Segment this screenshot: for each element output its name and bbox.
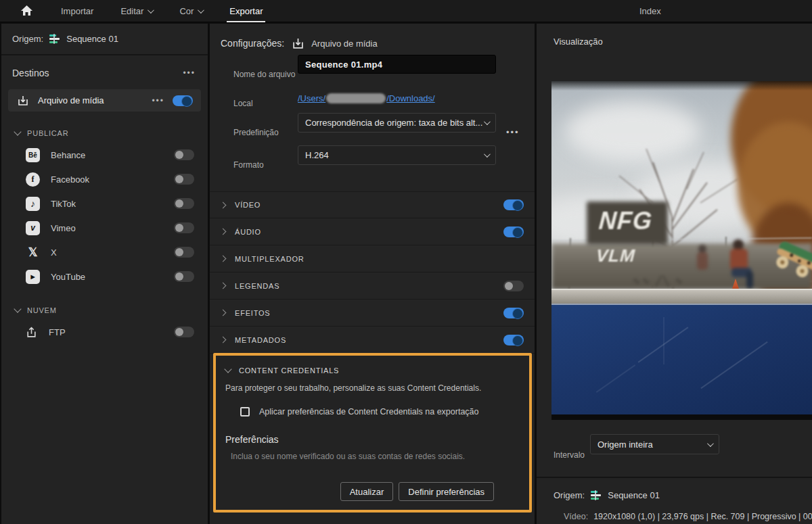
apply-preferences-checkbox[interactable] xyxy=(240,407,250,416)
section-video[interactable]: VÍDEO xyxy=(210,191,535,218)
tab-editar[interactable]: Editar xyxy=(120,0,152,22)
destinos-title: Destinos xyxy=(12,68,49,78)
atualizar-button[interactable]: Atualizar xyxy=(340,482,394,501)
premiere-export-window: Importar Editar Cor Exportar Index Orige… xyxy=(0,0,812,524)
intervalo-label: Intervalo xyxy=(554,450,585,460)
media-file-toggle[interactable] xyxy=(173,95,193,106)
destination-ftp[interactable]: FTP xyxy=(1,320,208,344)
path-prefix[interactable]: /Users/ xyxy=(298,93,325,103)
destination-media-file[interactable]: Arquivo de mídia ••• xyxy=(8,89,201,112)
section-legendas[interactable]: LEGENDAS xyxy=(210,272,535,300)
chevron-right-icon xyxy=(220,337,227,343)
legendas-toggle[interactable] xyxy=(503,281,524,291)
behance-icon: Bē xyxy=(26,148,40,162)
chevron-right-icon xyxy=(220,256,227,262)
media-file-menu-icon[interactable]: ••• xyxy=(152,96,164,105)
sequence-icon xyxy=(591,490,602,500)
preset-menu-icon[interactable]: ••• xyxy=(506,127,520,137)
settings-target-label: Arquivo de mídia xyxy=(311,39,378,49)
nuvem-section-header[interactable]: NUVEM xyxy=(1,289,208,320)
vimeo-icon: v xyxy=(26,221,40,235)
top-menu-bar: Importar Editar Cor Exportar Index xyxy=(0,0,812,22)
ramp-coping xyxy=(551,289,812,304)
facebook-toggle[interactable] xyxy=(174,174,194,185)
preset-label: Predefinição xyxy=(233,128,279,137)
export-sections-list: VÍDEO ÁUDIO MULTIPLEXADOR LEGENDAS EFEIT xyxy=(210,191,535,354)
destination-facebook[interactable]: f Facebook xyxy=(1,167,208,191)
video-info-row: Vídeo: 1920x1080 (1,0) | 23,976 qps | Re… xyxy=(564,512,812,521)
sequence-name: Sequence 01 xyxy=(608,490,660,500)
behance-toggle[interactable] xyxy=(174,149,194,160)
graffiti-nfg: NFG xyxy=(598,207,654,235)
preview-panel: Visualização xyxy=(537,24,812,524)
vimeo-toggle[interactable] xyxy=(174,222,194,233)
path-suffix[interactable]: /Downloads/ xyxy=(386,93,435,103)
destinos-menu-icon[interactable]: ••• xyxy=(183,68,196,78)
origem-label: Origem: xyxy=(12,34,43,44)
format-label: Formato xyxy=(233,160,264,170)
content-credentials-description: Para proteger o seu trabalho, personaliz… xyxy=(216,375,529,393)
section-audio[interactable]: ÁUDIO xyxy=(210,218,535,245)
filename-input[interactable]: Sequence 01.mp4 xyxy=(298,55,496,74)
blue-ramp xyxy=(551,304,812,414)
publicar-section-header[interactable]: PUBLICAR xyxy=(1,112,208,143)
tab-cor[interactable]: Cor xyxy=(179,0,202,22)
publicar-label: PUBLICAR xyxy=(27,129,68,137)
preview-source-row: Origem: Sequence 01 xyxy=(554,490,660,500)
home-icon[interactable] xyxy=(19,3,34,18)
destination-vimeo[interactable]: v Vimeo xyxy=(1,216,208,240)
destination-behance[interactable]: Bē Behance xyxy=(1,143,208,167)
output-path-link[interactable]: /Users//Downloads/ xyxy=(298,93,496,103)
audio-toggle[interactable] xyxy=(503,227,524,237)
chevron-down-icon xyxy=(14,305,21,312)
tiktok-icon: ♪ xyxy=(26,197,40,211)
origem-label: Origem: xyxy=(554,490,585,500)
ftp-toggle[interactable] xyxy=(174,327,194,337)
video-toggle[interactable] xyxy=(503,199,524,210)
source-row: Origem: Sequence 01 xyxy=(1,24,208,55)
tab-exportar[interactable]: Exportar xyxy=(229,0,263,22)
content-credentials-highlight-box: CONTENT CREDENTIALS Para proteger o seu … xyxy=(213,353,532,513)
apply-preferences-label: Aplicar preferências de Content Credenti… xyxy=(259,407,479,416)
video-info: 1920x1080 (1,0) | 23,976 qps | Rec. 709 … xyxy=(593,512,812,521)
skateboard xyxy=(769,235,812,292)
chevron-right-icon xyxy=(220,310,227,316)
sequence-icon xyxy=(49,34,60,44)
destination-tiktok[interactable]: ♪ TikTok xyxy=(1,191,208,216)
section-multiplexador[interactable]: MULTIPLEXADOR xyxy=(210,245,535,272)
chevron-down-icon xyxy=(14,128,21,135)
index-label[interactable]: Index xyxy=(639,6,661,16)
youtube-toggle[interactable] xyxy=(174,271,194,282)
intervalo-dropdown[interactable]: Origem inteira xyxy=(590,434,719,454)
section-metadados[interactable]: METADADOS xyxy=(210,327,535,354)
sequence-name: Sequence 01 xyxy=(66,34,118,44)
chevron-down-icon xyxy=(198,7,204,14)
chevron-down-icon xyxy=(224,365,231,373)
graffiti-vlm: VLM xyxy=(595,245,636,266)
youtube-icon: ▶ xyxy=(26,270,40,284)
seated-person xyxy=(721,238,768,291)
tiktok-toggle[interactable] xyxy=(174,198,194,209)
content-credentials-header[interactable]: CONTENT CREDENTIALS xyxy=(216,356,529,375)
background-person xyxy=(692,243,713,284)
chevron-down-icon xyxy=(484,118,491,125)
section-efeitos[interactable]: EFEITOS xyxy=(210,300,535,327)
destination-youtube[interactable]: ▶ YouTube xyxy=(1,264,208,289)
chevron-down-icon xyxy=(707,440,714,447)
metadados-toggle[interactable] xyxy=(503,335,524,346)
download-icon xyxy=(291,37,304,50)
visualizacao-title: Visualização xyxy=(537,24,812,47)
download-icon xyxy=(16,94,30,108)
chevron-right-icon xyxy=(220,229,227,235)
x-toggle[interactable] xyxy=(174,247,194,258)
destination-x[interactable]: 𝕏 X xyxy=(1,240,208,264)
chevron-right-icon xyxy=(220,201,227,208)
format-dropdown[interactable]: H.264 xyxy=(298,145,496,165)
destinations-panel: Origem: Sequence 01 Destinos ••• Arquivo… xyxy=(1,24,208,524)
definir-preferencias-button[interactable]: Definir preferências xyxy=(399,482,494,501)
efeitos-toggle[interactable] xyxy=(503,308,524,318)
facebook-icon: f xyxy=(26,172,40,187)
preset-dropdown[interactable]: Correspondência de origem: taxa de bits … xyxy=(298,113,496,133)
redacted-username xyxy=(326,93,386,103)
tab-importar[interactable]: Importar xyxy=(61,0,93,22)
